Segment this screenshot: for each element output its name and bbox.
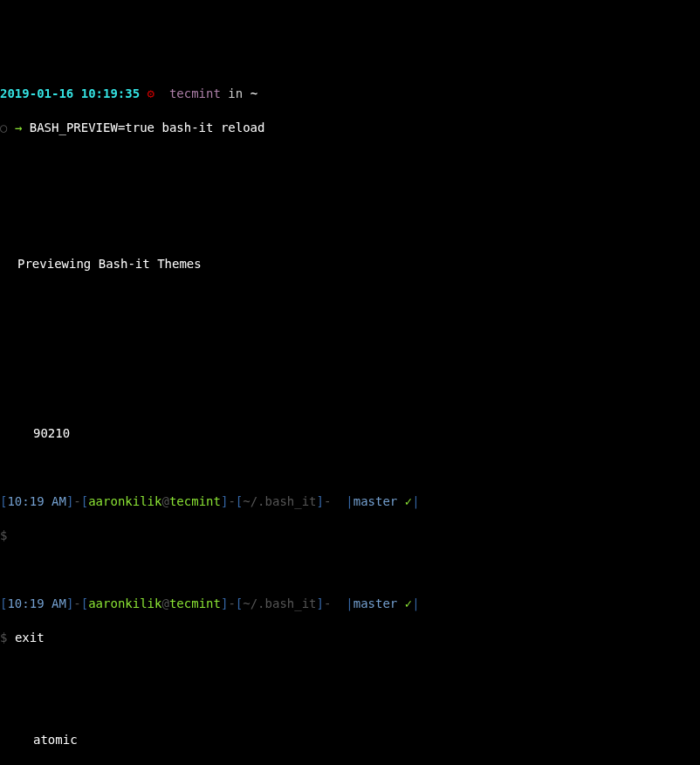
header-in: in	[228, 86, 243, 100]
theme-90210-prompt-2: [10:19 AM]-[aaronkilik@tecmint]-[~/.bash…	[0, 596, 700, 613]
gear-icon: ⚙	[148, 86, 154, 100]
circle-icon: ○	[0, 121, 7, 134]
theme-90210-prompt-char[interactable]: $	[0, 527, 700, 545]
header-path: ~	[250, 86, 257, 100]
theme-atomic-label: atomic	[0, 732, 700, 749]
theme-90210-prompt: [10:19 AM]-[aaronkilik@tecmint]-[~/.bash…	[0, 493, 700, 511]
theme-90210-exit[interactable]: $ exit	[0, 630, 700, 647]
preview-title: Previewing Bash-it Themes	[0, 256, 700, 273]
theme-90210-label: 90210	[0, 425, 700, 443]
command-text: BASH_PREVIEW=true bash-it reload	[30, 121, 265, 134]
header-line: 2019-01-16 10:19:35 ⚙ tecmint in ~	[0, 86, 700, 103]
arrow-icon: →	[15, 121, 22, 134]
timestamp: 2019-01-16 10:19:35	[0, 86, 140, 100]
command-line[interactable]: ○ → BASH_PREVIEW=true bash-it reload	[0, 120, 700, 137]
header-user: tecmint	[169, 86, 221, 100]
